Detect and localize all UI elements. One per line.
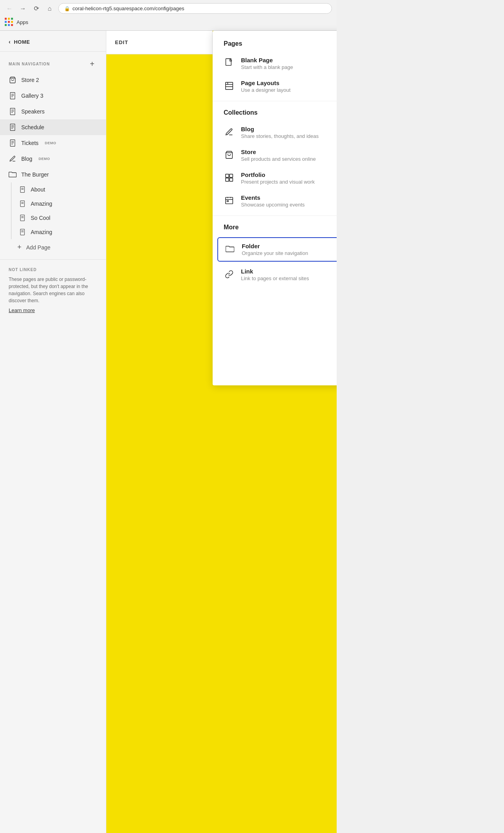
- sub-page-icon-2: [19, 200, 26, 207]
- refresh-button[interactable]: ⟳: [32, 4, 41, 13]
- page-icon-4: [9, 139, 17, 147]
- svg-rect-30: [226, 82, 233, 89]
- divider-1: [213, 101, 337, 101]
- not-linked-text: These pages are public or password-prote…: [9, 276, 97, 304]
- dropdown-item-blog[interactable]: Blog Share stories, thoughts, and ideas: [213, 121, 337, 144]
- apps-grid-icon: [5, 18, 13, 26]
- apps-label: Apps: [17, 19, 28, 25]
- content-area: EDIT Pages Blank Page Start with a blank…: [106, 31, 337, 833]
- add-page-dropdown: Pages Blank Page Start with a blank page: [213, 31, 337, 385]
- add-page-label: Add Page: [26, 244, 51, 251]
- page-layouts-title: Page Layouts: [241, 80, 291, 86]
- dropdown-item-page-layouts[interactable]: Page Layouts Use a designer layout: [213, 75, 337, 98]
- svg-rect-43: [227, 201, 229, 202]
- home-button[interactable]: ⌂: [45, 4, 54, 13]
- page-icon-3: [9, 123, 17, 131]
- gallery3-label: Gallery 3: [21, 93, 43, 99]
- svg-rect-37: [226, 178, 229, 181]
- dropdown-item-link[interactable]: Link Link to pages or external sites: [213, 263, 337, 286]
- blog-title: Blog: [241, 126, 319, 132]
- sidebar-item-gallery3[interactable]: Gallery 3: [0, 88, 106, 104]
- dropdown-item-events[interactable]: Events Showcase upcoming events: [213, 190, 337, 212]
- svg-rect-1: [10, 93, 15, 99]
- events-text: Events Showcase upcoming events: [241, 194, 305, 208]
- blog-text: Blog Share stories, thoughts, and ideas: [241, 126, 319, 139]
- svg-rect-13: [10, 140, 15, 147]
- portfolio-icon: [224, 172, 235, 183]
- address-bar[interactable]: 🔒 coral-helicon-rtg5.squarespace.com/con…: [58, 3, 332, 14]
- sidebar-subitem-socool[interactable]: So Cool: [0, 211, 106, 225]
- speakers-label: Speakers: [21, 108, 44, 115]
- dropdown-item-blank-page[interactable]: Blank Page Start with a blank page: [213, 52, 337, 75]
- blog-badge: DEMO: [39, 157, 50, 161]
- tickets-label: Tickets: [21, 140, 39, 146]
- sidebar-subitem-about[interactable]: About: [0, 182, 106, 197]
- folder-title: Folder: [242, 243, 308, 249]
- folder-desc: Organize your site navigation: [242, 250, 308, 256]
- sidebar-item-tickets[interactable]: Tickets DEMO: [0, 135, 106, 151]
- blog-desc: Share stories, thoughts, and ideas: [241, 133, 319, 139]
- folder-icon: [9, 171, 17, 178]
- events-desc: Showcase upcoming events: [241, 202, 305, 208]
- page-layouts-desc: Use a designer layout: [241, 87, 291, 93]
- main-nav-section: MAIN NAVIGATION +: [0, 52, 106, 72]
- lock-icon: 🔒: [64, 6, 70, 11]
- sidebar-item-speakers[interactable]: Speakers: [0, 104, 106, 119]
- divider-2: [213, 216, 337, 216]
- svg-rect-26: [20, 229, 24, 235]
- page-icon: [9, 92, 17, 100]
- blog-icon: [9, 155, 17, 163]
- main-nav-label: MAIN NAVIGATION: [9, 62, 50, 66]
- sub-page-icon-4: [19, 229, 26, 236]
- sidebar-item-store2[interactable]: Store 2: [0, 72, 106, 88]
- add-page-button[interactable]: + Add Page: [0, 239, 106, 255]
- add-nav-item-button[interactable]: +: [87, 59, 97, 69]
- blog-collection-icon: [224, 126, 235, 138]
- portfolio-title: Portfolio: [241, 171, 315, 178]
- sidebar-item-blog[interactable]: Blog DEMO: [0, 151, 106, 167]
- blank-page-text: Blank Page Start with a blank page: [241, 57, 293, 70]
- sub-page-icon-3: [19, 214, 26, 221]
- schedule-label: Schedule: [21, 124, 44, 130]
- page-layouts-icon: [224, 80, 235, 91]
- not-linked-label: NOT LINKED: [9, 268, 97, 272]
- back-button[interactable]: ←: [5, 4, 14, 13]
- store-icon: [224, 149, 235, 160]
- store-title: Store: [241, 149, 316, 155]
- svg-rect-35: [226, 174, 229, 177]
- dropdown-item-folder[interactable]: Folder Organize your site navigation: [217, 237, 337, 262]
- sidebar-item-theburger[interactable]: The Burger: [0, 167, 106, 182]
- learn-more-link[interactable]: Learn more: [9, 307, 35, 313]
- dropdown-item-portfolio[interactable]: Portfolio Present projects and visual wo…: [213, 167, 337, 190]
- sidebar-subitem-amazing2[interactable]: Amazing: [0, 225, 106, 239]
- link-icon: [224, 269, 235, 280]
- browser-chrome: ← → ⟳ ⌂ 🔒 coral-helicon-rtg5.squarespace…: [0, 0, 337, 31]
- page-icon-2: [9, 108, 17, 115]
- about-label: About: [31, 186, 45, 193]
- dropdown-item-store[interactable]: Store Sell products and services online: [213, 144, 337, 167]
- sidebar-subitem-amazing[interactable]: Amazing: [0, 197, 106, 211]
- socool-label: So Cool: [31, 215, 50, 221]
- add-icon: +: [17, 243, 22, 251]
- page-layouts-text: Page Layouts Use a designer layout: [241, 80, 291, 93]
- svg-rect-36: [230, 174, 233, 177]
- sidebar-item-schedule[interactable]: Schedule: [0, 119, 106, 135]
- store2-label: Store 2: [21, 77, 39, 83]
- svg-rect-9: [10, 124, 15, 131]
- store-desc: Sell products and services online: [241, 156, 316, 162]
- main-layout: ‹ HOME MAIN NAVIGATION + Store 2: [0, 31, 337, 833]
- pages-section-title: Pages: [213, 40, 337, 52]
- sidebar-home-button[interactable]: ‹ HOME: [0, 31, 106, 52]
- folder-text: Folder Organize your site navigation: [242, 243, 308, 256]
- link-title: Link: [241, 268, 309, 275]
- blank-page-desc: Start with a blank page: [241, 64, 293, 70]
- svg-rect-17: [20, 187, 24, 193]
- forward-button[interactable]: →: [18, 4, 28, 13]
- url-text: coral-helicon-rtg5.squarespace.com/confi…: [72, 6, 184, 11]
- tickets-badge: DEMO: [45, 141, 56, 145]
- link-desc: Link to pages or external sites: [241, 275, 309, 281]
- svg-rect-20: [20, 201, 24, 207]
- folder-collection-icon: [224, 244, 235, 255]
- amazing-label: Amazing: [31, 201, 52, 207]
- theburger-label: The Burger: [21, 171, 49, 178]
